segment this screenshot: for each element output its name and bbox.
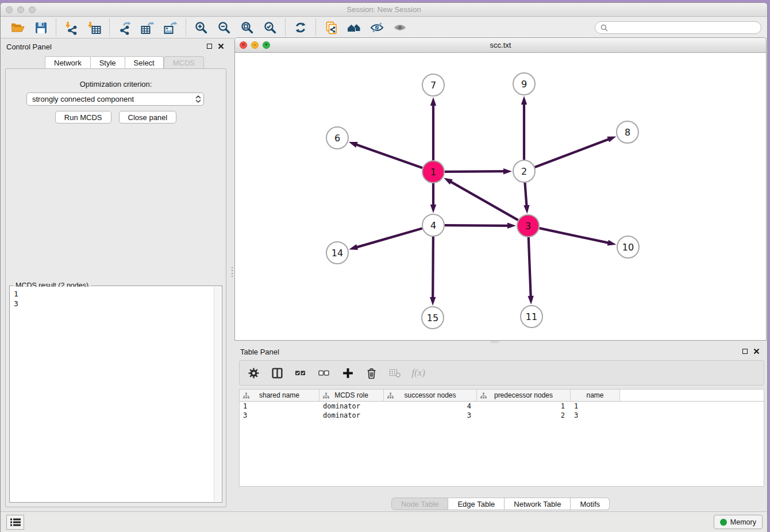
- maximize-network-button[interactable]: +: [263, 41, 270, 49]
- graph-edge-3-11[interactable]: [528, 237, 533, 304]
- mcds-result-item[interactable]: 1: [14, 289, 210, 299]
- delete-rows-button[interactable]: [364, 366, 378, 380]
- tab-network[interactable]: Network: [45, 56, 91, 68]
- column-header-successor-nodes[interactable]: successor nodes: [384, 390, 477, 401]
- memory-button[interactable]: Memory: [714, 515, 763, 529]
- network-canvas[interactable]: 7968124314101511: [235, 53, 767, 340]
- refresh-view-button[interactable]: [289, 18, 312, 37]
- zoom-out-button[interactable]: [213, 18, 236, 37]
- vertical-splitter-handle[interactable]: [231, 267, 233, 277]
- graph-node-4[interactable]: 4: [422, 214, 444, 236]
- network-window-titlebar[interactable]: ✕ − + scc.txt: [235, 38, 766, 53]
- export-network-icon: [118, 21, 132, 35]
- graph-node-9[interactable]: 9: [513, 73, 535, 95]
- open-session-button[interactable]: [6, 18, 29, 37]
- horizontal-splitter-handle[interactable]: [490, 341, 499, 343]
- zoom-fit-button[interactable]: [236, 18, 259, 37]
- graph-edge-2-9[interactable]: [521, 96, 527, 160]
- table-row[interactable]: 3dominator323: [240, 411, 764, 420]
- float-panel-icon[interactable]: [742, 349, 748, 354]
- export-table-button[interactable]: [136, 18, 159, 37]
- graph-node-10[interactable]: 10: [617, 236, 639, 258]
- table-cell[interactable]: dominator: [319, 411, 384, 420]
- graph-node-15[interactable]: 15: [422, 307, 444, 329]
- deselect-all-rows-button[interactable]: [317, 366, 331, 380]
- column-header-predecessor-nodes[interactable]: predecessor nodes: [477, 390, 571, 401]
- graph-edge-1-2[interactable]: [445, 168, 512, 174]
- table-cell[interactable]: 1: [240, 402, 319, 411]
- table-cell[interactable]: 1: [571, 402, 620, 411]
- tab-node-table[interactable]: Node Table: [391, 498, 449, 510]
- export-image-button[interactable]: [159, 18, 182, 37]
- import-table-button[interactable]: [83, 18, 106, 37]
- hide-selected-button[interactable]: [365, 18, 388, 37]
- table-cell[interactable]: dominator: [319, 402, 384, 411]
- tab-select[interactable]: Select: [125, 56, 164, 68]
- graph-edge-1-6[interactable]: [349, 142, 422, 168]
- toolbar-separator: [109, 19, 110, 36]
- clone-network-button[interactable]: [319, 18, 342, 37]
- select-all-rows-button[interactable]: [294, 366, 307, 380]
- zoom-selected-button[interactable]: [259, 18, 282, 37]
- apply-function-button[interactable]: f(x): [411, 366, 425, 380]
- first-neighbors-button[interactable]: [342, 18, 365, 37]
- graph-node-1[interactable]: 1: [422, 161, 444, 183]
- table-cell[interactable]: 2: [477, 411, 571, 420]
- result-scrollbar[interactable]: [214, 287, 221, 502]
- close-panel-icon[interactable]: [753, 348, 760, 354]
- tab-network-table[interactable]: Network Table: [505, 498, 571, 510]
- minimize-network-button[interactable]: −: [251, 41, 259, 49]
- table-row[interactable]: 1dominator411: [240, 402, 764, 411]
- table-cell[interactable]: 3: [240, 411, 319, 420]
- table-cell[interactable]: 3: [571, 411, 620, 420]
- graph-node-7[interactable]: 7: [422, 74, 444, 96]
- search-box[interactable]: [595, 21, 761, 34]
- show-all-button[interactable]: [388, 18, 411, 37]
- task-history-button[interactable]: [6, 515, 24, 530]
- graph-node-11[interactable]: 11: [521, 306, 542, 327]
- graph-edge-2-3[interactable]: [523, 183, 529, 214]
- mcds-result-list[interactable]: 13: [10, 287, 214, 502]
- zoom-in-button[interactable]: [190, 18, 213, 37]
- graph-edge-3-1[interactable]: [444, 178, 518, 220]
- search-input[interactable]: [611, 23, 756, 32]
- column-header-MCDS-role[interactable]: MCDS role: [319, 390, 384, 401]
- close-network-button[interactable]: ✕: [240, 41, 247, 49]
- graph-edge-2-8[interactable]: [535, 136, 617, 167]
- tab-style[interactable]: Style: [91, 56, 125, 68]
- tab-edge-table[interactable]: Edge Table: [448, 498, 505, 510]
- float-panel-icon[interactable]: [207, 44, 212, 49]
- tab-motifs[interactable]: Motifs: [571, 498, 610, 510]
- close-panel-button[interactable]: Close panel: [119, 111, 177, 124]
- run-mcds-button[interactable]: Run MCDS: [55, 111, 111, 124]
- graph-edge-3-10[interactable]: [540, 228, 617, 245]
- svg-text:7: 7: [430, 80, 436, 91]
- graph-node-3[interactable]: 3: [517, 215, 539, 237]
- column-header-shared-name[interactable]: shared name: [240, 390, 319, 401]
- column-header-name[interactable]: name: [571, 390, 620, 401]
- save-session-button[interactable]: [29, 18, 52, 37]
- add-row-button[interactable]: [341, 366, 355, 380]
- import-table-icon: [87, 21, 102, 35]
- graph-node-6[interactable]: 6: [326, 127, 348, 149]
- graph-edge-1-7[interactable]: [430, 97, 436, 160]
- optimization-criterion-select[interactable]: strongly connected component: [26, 92, 204, 106]
- graph-edge-1-4[interactable]: [430, 183, 436, 213]
- graph-edge-4-14[interactable]: [349, 229, 422, 250]
- graph-node-14[interactable]: 14: [326, 242, 348, 264]
- close-panel-icon[interactable]: [218, 43, 224, 49]
- import-network-button[interactable]: [60, 18, 83, 37]
- delete-table-button[interactable]: [388, 366, 402, 380]
- graph-node-2[interactable]: 2: [513, 160, 535, 182]
- table-cell[interactable]: 4: [384, 402, 477, 411]
- graph-edge-4-3[interactable]: [445, 223, 516, 229]
- table-cell[interactable]: 3: [384, 411, 477, 420]
- table-settings-button[interactable]: [247, 366, 260, 380]
- table-cell[interactable]: 1: [477, 402, 571, 411]
- graph-node-8[interactable]: 8: [617, 121, 638, 143]
- export-network-button[interactable]: [113, 18, 136, 37]
- graph-edge-4-15[interactable]: [430, 237, 436, 306]
- show-columns-button[interactable]: [270, 366, 284, 380]
- tab-mcds[interactable]: MCDS: [164, 56, 204, 68]
- mcds-result-item[interactable]: 3: [14, 299, 210, 309]
